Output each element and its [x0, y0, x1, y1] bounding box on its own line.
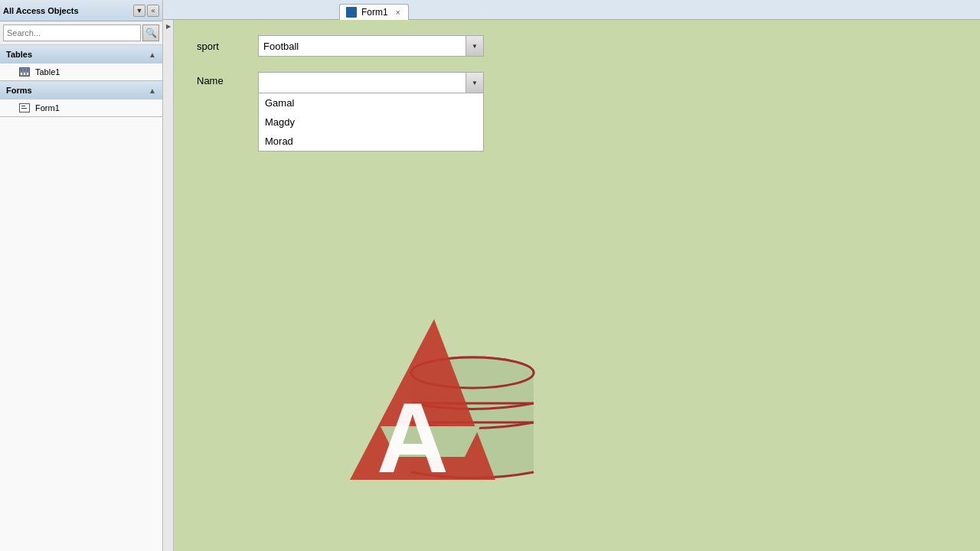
- tables-collapse-icon: ▲: [149, 51, 156, 59]
- name-input[interactable]: [258, 72, 484, 93]
- access-logo: A: [266, 296, 572, 505]
- name-row: Name ▼ Gamal Magdy Morad: [197, 72, 957, 93]
- sidebar-dropdown-btn[interactable]: ▼: [133, 5, 145, 17]
- sport-label: sport: [197, 41, 258, 52]
- dropdown-item-magdy[interactable]: Magdy: [259, 112, 483, 132]
- sport-dropdown-arrow[interactable]: [466, 35, 484, 57]
- forms-collapse-icon: ▲: [149, 86, 156, 95]
- form-list-icon: [18, 102, 31, 114]
- forms-section: Forms ▲ Form1: [0, 81, 162, 117]
- forms-section-header[interactable]: Forms ▲: [0, 81, 162, 99]
- access-logo-svg: A: [266, 296, 572, 503]
- svg-text:A: A: [377, 382, 449, 494]
- sidebar-item-table1[interactable]: Table1: [0, 64, 162, 80]
- tab-close-btn[interactable]: ×: [396, 8, 400, 17]
- sport-row: sport: [197, 35, 957, 57]
- search-bar: 🔍: [0, 21, 162, 45]
- content-area: ▶ sport Name: [163, 20, 980, 551]
- table1-label: Table1: [35, 67, 60, 77]
- sport-control: [258, 35, 484, 57]
- sidebar: All Access Objects ▼ « 🔍 Tables ▲: [0, 0, 163, 551]
- forms-section-title: Forms: [6, 86, 32, 95]
- collapse-arrow-icon: ▶: [166, 23, 171, 30]
- sidebar-title: All Access Objects: [3, 6, 133, 15]
- form-content: sport Name ▼: [174, 20, 980, 551]
- form1-label: Form1: [35, 103, 60, 112]
- table-icon: [18, 66, 31, 78]
- dropdown-item-morad[interactable]: Morad: [259, 132, 483, 151]
- name-arrow-icon: ▼: [472, 80, 478, 86]
- sidebar-collapse-btn[interactable]: «: [147, 5, 159, 17]
- search-icon: 🔍: [145, 28, 157, 38]
- tab-label: Form1: [361, 7, 388, 18]
- sidebar-header: All Access Objects ▼ «: [0, 0, 162, 21]
- form1-tab[interactable]: Form1 ×: [339, 4, 409, 20]
- tables-section: Tables ▲ Table1: [0, 45, 162, 81]
- dropdown-item-gamal[interactable]: Gamal: [259, 93, 483, 112]
- sidebar-header-icons: ▼ «: [133, 5, 159, 17]
- name-control: ▼ Gamal Magdy Morad: [258, 72, 484, 93]
- right-panel: Form1 × ▶ sport: [163, 0, 980, 551]
- search-button[interactable]: 🔍: [142, 24, 159, 41]
- sport-input[interactable]: [258, 35, 484, 57]
- search-input[interactable]: [3, 24, 141, 41]
- name-dropdown-list: Gamal Magdy Morad: [258, 93, 484, 152]
- tab-form-icon: [346, 7, 357, 18]
- sidebar-item-form1[interactable]: Form1: [0, 99, 162, 116]
- name-label: Name: [197, 72, 258, 86]
- name-dropdown-arrow[interactable]: ▼: [466, 72, 484, 93]
- collapse-panel[interactable]: ▶: [163, 20, 174, 551]
- tables-section-header[interactable]: Tables ▲: [0, 45, 162, 64]
- tab-bar: Form1 ×: [163, 0, 980, 20]
- tables-section-title: Tables: [6, 50, 32, 59]
